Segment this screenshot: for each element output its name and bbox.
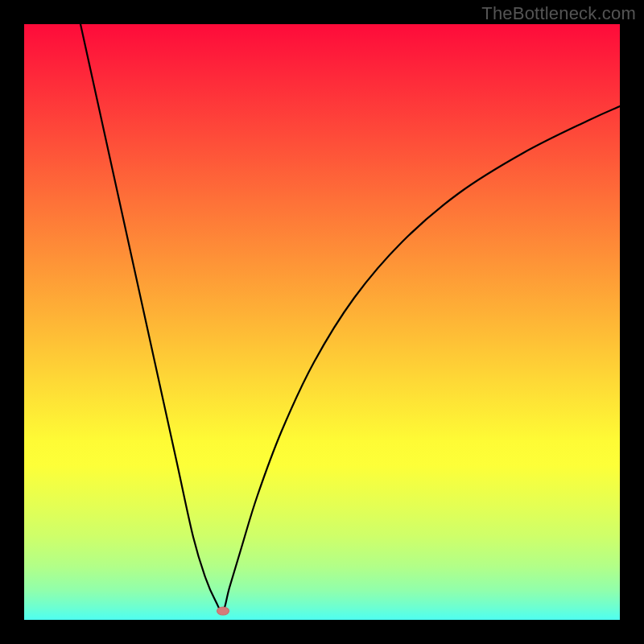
curve-line	[24, 24, 620, 620]
watermark-text: TheBottleneck.com	[481, 3, 636, 24]
minimum-marker	[217, 607, 229, 616]
chart-frame: TheBottleneck.com	[0, 0, 644, 644]
plot-area	[24, 24, 620, 620]
